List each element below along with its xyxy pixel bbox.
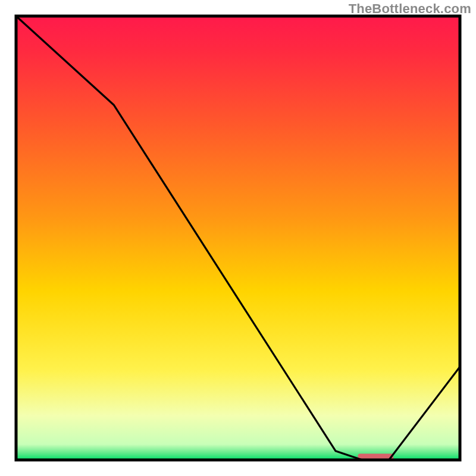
- bottleneck-chart: [0, 0, 476, 476]
- gradient-background: [16, 16, 460, 460]
- chart-container: TheBottleneck.com: [0, 0, 476, 476]
